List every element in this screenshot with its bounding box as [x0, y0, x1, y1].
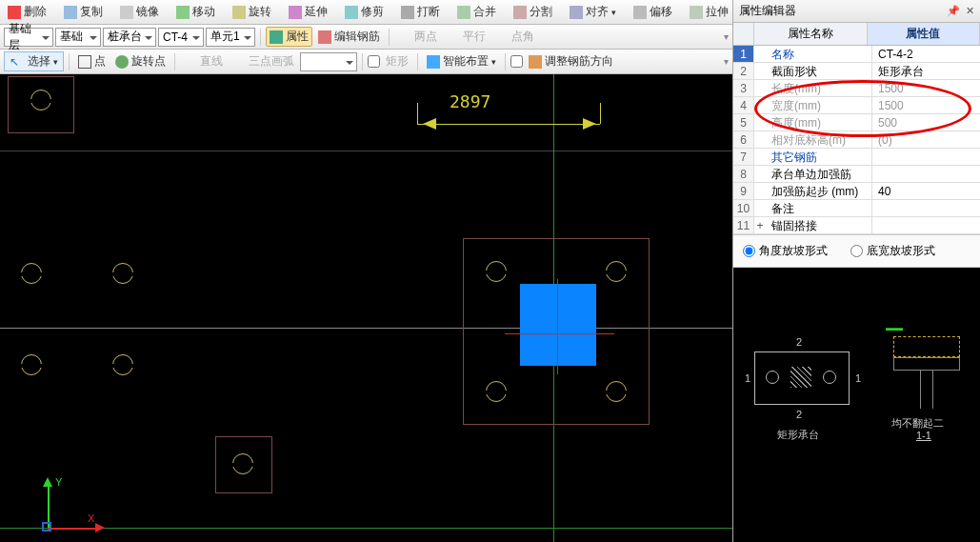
col-name: 属性名称 [754, 23, 868, 45]
drawing-canvas[interactable]: 2897 Y X [0, 74, 732, 542]
slope-mode-radios: 角度放坡形式 底宽放坡形式 [733, 234, 980, 268]
delete-button[interactable]: 删除 [4, 2, 50, 22]
property-row[interactable]: 9加强筋起步 (mm)40 [733, 183, 980, 200]
point-button[interactable]: 点 [74, 51, 110, 71]
property-row[interactable]: 3长度(mm)1500 [733, 80, 980, 97]
type-select[interactable]: 桩承台 [103, 28, 156, 47]
break-button[interactable]: 打断 [397, 2, 444, 22]
property-header: 属性名称 属性值 [733, 23, 980, 46]
axis-x-label: X [88, 512, 94, 524]
rotate-point-button[interactable]: 旋转点 [111, 51, 170, 71]
copy-button[interactable]: 复制 [60, 2, 107, 22]
two-point-button[interactable]: 两点 [394, 27, 441, 47]
code-select[interactable]: CT-4 [158, 28, 204, 47]
rect-checkbox[interactable] [368, 55, 380, 68]
property-editor-title: 属性编辑器 [739, 3, 796, 19]
pin-icon[interactable]: 📌 [947, 5, 960, 17]
property-row[interactable]: 1名称CT-4-2 [733, 46, 980, 63]
category-select[interactable]: 基础 [55, 28, 101, 47]
merge-button[interactable]: 合并 [453, 2, 500, 22]
preview-label-1: 矩形承台 [777, 428, 819, 442]
stretch-button[interactable]: 拉伸 [686, 2, 732, 22]
trim-button[interactable]: 修剪 [341, 2, 388, 22]
radio-angle[interactable]: 角度放坡形式 [743, 243, 828, 259]
adjust-rebar-button[interactable]: 调整钢筋方向 [525, 51, 617, 71]
toolbar-context: 基础层 基础 桩承台 CT-4 单元1 属性 编辑钢筋 两点 平行 点角 ▾ [0, 25, 732, 50]
col-value: 属性值 [868, 23, 981, 45]
move-button[interactable]: 移动 [172, 2, 219, 22]
edit-rebar-button[interactable]: 编辑钢筋 [314, 27, 384, 47]
smart-layout-button[interactable]: 智能布置▾ [423, 51, 500, 71]
property-row[interactable]: 11+锚固搭接 [733, 217, 980, 234]
extend-button[interactable]: 延伸 [285, 2, 331, 22]
property-table: 1名称CT-4-22截面形状矩形承台3长度(mm)15004宽度(mm)1500… [733, 46, 980, 234]
preview-panel: 1 1 2 2 矩形承台 ▬▬ 均不翻起二 1-1 [733, 268, 980, 542]
property-row[interactable]: 10备注 [733, 200, 980, 217]
adjust-checkbox[interactable] [510, 55, 523, 68]
close-icon[interactable]: ✕ [966, 5, 974, 17]
property-row[interactable]: 5高度(mm)500 [733, 114, 980, 131]
layer-select[interactable]: 基础层 [4, 28, 53, 47]
point-angle-button[interactable]: 点角 [491, 27, 538, 47]
radio-width[interactable]: 底宽放坡形式 [850, 243, 935, 259]
unit-select[interactable]: 单元1 [206, 28, 255, 47]
props-button[interactable]: 属性 [266, 27, 312, 47]
line-button[interactable]: 直线 [180, 51, 227, 71]
align-button[interactable]: 对齐▾ [566, 2, 620, 22]
toolbar-overflow-icon[interactable]: ▾ [724, 56, 729, 67]
property-row[interactable]: 8承台单边加强筋 [733, 166, 980, 183]
rotate-button[interactable]: 旋转 [229, 2, 275, 22]
preview-label-3: 1-1 [916, 430, 931, 441]
toolbar-overflow-icon[interactable]: ▾ [724, 31, 729, 42]
property-editor-title-bar: 属性编辑器 📌 ✕ [733, 0, 980, 23]
select-button[interactable]: ↖ 选择▾ [4, 51, 64, 71]
arc3-button[interactable]: 三点画弧 [229, 51, 298, 71]
rect-button[interactable]: 矩形 [382, 51, 412, 71]
dimension-value: 2897 [450, 91, 490, 111]
property-row[interactable]: 4宽度(mm)1500 [733, 97, 980, 114]
axis-y-label: Y [55, 476, 62, 488]
split-button[interactable]: 分割 [510, 2, 556, 22]
mirror-button[interactable]: 镜像 [116, 2, 163, 22]
arc-select[interactable] [300, 52, 357, 71]
preview-label-2: 均不翻起二 [891, 416, 944, 431]
property-row[interactable]: 2截面形状矩形承台 [733, 63, 980, 80]
toolbar-edit: 删除 复制 镜像 移动 旋转 延伸 修剪 打断 合并 分割 对齐▾ 偏移 拉伸 … [0, 0, 732, 25]
property-row[interactable]: 7其它钢筋 [733, 149, 980, 166]
toolbar-draw: ↖ 选择▾ 点 旋转点 直线 三点画弧 矩形 智能布置▾ 调整钢筋方向 ▾ [0, 50, 732, 74]
offset-button[interactable]: 偏移 [630, 2, 676, 22]
property-row[interactable]: 6相对底标高(m)(0) [733, 131, 980, 149]
parallel-button[interactable]: 平行 [443, 27, 490, 47]
